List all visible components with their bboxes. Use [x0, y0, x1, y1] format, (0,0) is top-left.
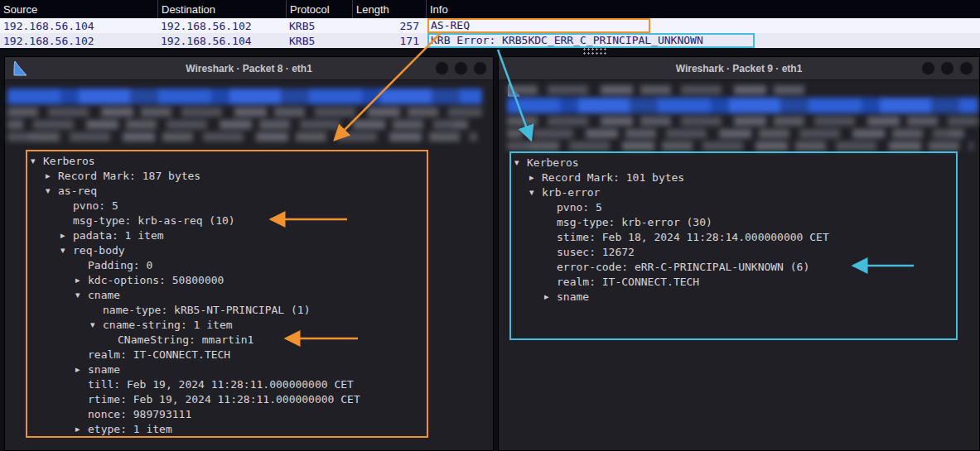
tree-item[interactable]: ▾krb-error — [511, 185, 956, 199]
tree-item[interactable]: ▸padata: 1 item — [27, 228, 427, 242]
tree-item-label: cname-string: 1 item — [103, 319, 233, 331]
packet-protocol[interactable]: KRB5 — [286, 35, 352, 47]
tree-item[interactable]: ▾as-req — [27, 183, 427, 198]
expander-closed-icon[interactable]: ▸ — [529, 172, 542, 183]
tree-item[interactable]: error-code: eRR-C-PRINCIPAL-UNKNOWN (6) — [511, 259, 956, 274]
tree-item-label: etype: 1 item — [88, 423, 172, 435]
expander-closed-icon[interactable]: ▸ — [46, 170, 58, 181]
packet-source[interactable]: 192.168.56.104 — [0, 20, 157, 32]
tree-item-label: rtime: Feb 19, 2024 11:28:11.000000000 C… — [88, 393, 360, 405]
packet-destination[interactable]: 192.168.56.104 — [157, 35, 286, 47]
packet-destination[interactable]: 192.168.56.102 — [157, 20, 286, 32]
blurred-row — [507, 129, 964, 138]
window-close-button[interactable] — [959, 61, 973, 75]
tree-item[interactable]: msg-type: krb-as-req (10) — [27, 213, 427, 228]
window-minimize-button[interactable] — [435, 61, 449, 75]
tree-item-label: error-code: eRR-C-PRINCIPAL-UNKNOWN (6) — [557, 261, 809, 273]
tree-item-label: till: Feb 19, 2024 11:28:11.000000000 CE… — [88, 378, 354, 391]
expander-open-icon[interactable]: ▾ — [529, 187, 542, 198]
blurred-packet-bytes — [507, 85, 978, 154]
window-minimize-button[interactable] — [921, 61, 935, 75]
tree-item-label: pvno: 5 — [557, 201, 602, 214]
tree-item[interactable]: realm: IT-CONNECT.TECH — [511, 274, 956, 289]
tree-item[interactable]: ▸sname — [27, 362, 427, 377]
packet-source[interactable]: 192.168.56.102 — [0, 35, 157, 47]
expander-open-icon[interactable]: ▾ — [31, 156, 43, 166]
tree-item-label: stime: Feb 18, 2024 11:28:14.000000000 C… — [557, 231, 829, 243]
tree-item[interactable]: ▾Kerberos — [27, 153, 427, 168]
tree-item[interactable]: Padding: 0 — [27, 257, 427, 272]
tree-item[interactable]: msg-type: krb-error (30) — [511, 214, 956, 229]
expander-open-icon[interactable]: ▾ — [514, 157, 527, 168]
window-maximize-button[interactable] — [940, 61, 954, 75]
window-maximize-button[interactable] — [454, 61, 468, 75]
tree-item[interactable]: nonce: 989793111 — [27, 406, 427, 421]
tree-item[interactable]: rtime: Feb 19, 2024 11:28:11.000000000 C… — [27, 391, 427, 406]
tree-item-label: pvno: 5 — [73, 199, 118, 212]
expander-closed-icon[interactable]: ▸ — [544, 291, 557, 302]
tree-item[interactable]: CNameString: mmartin1 — [27, 332, 427, 347]
column-header-length[interactable]: Length — [352, 0, 426, 18]
window-titlebar[interactable]: Wireshark · Packet 9 · eth1 — [499, 57, 979, 80]
tree-item-label: Kerberos — [527, 156, 579, 169]
screenshot-root: Source Destination Protocol Length Info … — [0, 0, 980, 451]
window-packet-8: Wireshark · Packet 8 · eth1 ▾Kerberos▸Re… — [4, 56, 494, 451]
tree-item[interactable]: pvno: 5 — [511, 199, 956, 214]
tree-item-label: Record Mark: 187 bytes — [58, 170, 200, 182]
tree-item-label: as-req — [58, 185, 97, 197]
expander-open-icon[interactable]: ▾ — [46, 185, 58, 196]
expander-closed-icon[interactable]: ▸ — [75, 275, 88, 285]
expander-closed-icon[interactable]: ▸ — [75, 364, 88, 375]
packet-length[interactable]: 257 — [352, 20, 426, 32]
tree-item[interactable]: ▸Record Mark: 101 bytes — [511, 170, 956, 185]
packet-row[interactable]: 192.168.56.102 192.168.56.104 KRB5 171 K… — [0, 33, 980, 48]
tree-item[interactable]: ▾cname-string: 1 item — [27, 317, 427, 332]
tree-item-label: Padding: 0 — [88, 259, 152, 271]
packet-length[interactable]: 171 — [352, 35, 426, 47]
tree-item-label: sname — [557, 290, 589, 303]
tree-item[interactable]: realm: IT-CONNECT.TECH — [27, 347, 427, 362]
column-header-destination[interactable]: Destination — [157, 0, 286, 18]
tree-item[interactable]: susec: 12672 — [511, 244, 956, 259]
blurred-row — [7, 108, 482, 117]
packet-info[interactable]: KRB Error: KRB5KDC_ERR_C_PRINCIPAL_UNKNO… — [426, 33, 980, 48]
expander-open-icon[interactable]: ▾ — [75, 290, 88, 300]
tree-item-label: msg-type: krb-as-req (10) — [73, 214, 235, 227]
tree-item[interactable]: stime: Feb 18, 2024 11:28:14.000000000 C… — [511, 229, 956, 244]
tree-item[interactable]: pvno: 5 — [27, 198, 427, 213]
expander-open-icon[interactable]: ▾ — [60, 245, 73, 256]
tree-item[interactable]: ▾req-body — [27, 242, 427, 257]
tree-item[interactable]: ▸etype: 1 item — [27, 421, 427, 436]
packet-detail-tree-krb-error: ▾Kerberos▸Record Mark: 101 bytes▾krb-err… — [509, 151, 958, 340]
tree-item[interactable]: ▸kdc-options: 50800000 — [27, 272, 427, 287]
tree-item-label: cname — [88, 289, 120, 301]
tree-item-label: realm: IT-CONNECT.TECH — [88, 348, 230, 361]
blurred-row — [7, 120, 468, 129]
column-header-info[interactable]: Info — [426, 0, 980, 18]
tree-item[interactable]: ▾cname — [27, 287, 427, 302]
column-header-protocol[interactable]: Protocol — [286, 0, 352, 18]
blurred-packet-bytes — [7, 89, 482, 145]
tree-item[interactable]: till: Feb 19, 2024 11:28:11.000000000 CE… — [27, 377, 427, 391]
expander-closed-icon[interactable]: ▸ — [75, 424, 88, 434]
window-close-button[interactable] — [473, 61, 487, 75]
tree-item[interactable]: name-type: kRB5-NT-PRINCIPAL (1) — [27, 302, 427, 317]
expander-open-icon[interactable]: ▾ — [90, 319, 103, 330]
window-titlebar[interactable]: Wireshark · Packet 8 · eth1 — [5, 57, 493, 80]
blurred-row — [507, 117, 978, 126]
tree-item-label: padata: 1 item — [73, 229, 164, 242]
packet-protocol[interactable]: KRB5 — [286, 20, 352, 32]
column-header-source[interactable]: Source — [0, 0, 157, 18]
tree-item[interactable]: ▸Record Mark: 187 bytes — [27, 168, 427, 183]
tree-item-label: kdc-options: 50800000 — [88, 274, 224, 286]
packet-list-header: Source Destination Protocol Length Info — [0, 0, 980, 18]
packet-info[interactable]: AS-REQ — [426, 18, 980, 33]
blurred-row — [507, 98, 978, 113]
tree-item-label: name-type: kRB5-NT-PRINCIPAL (1) — [103, 304, 310, 316]
packet-row[interactable]: 192.168.56.104 192.168.56.102 KRB5 257 A… — [0, 18, 980, 33]
tree-item[interactable]: ▾Kerberos — [511, 155, 956, 170]
tree-item-label: msg-type: krb-error (30) — [557, 216, 712, 228]
tree-item[interactable]: ▸sname — [511, 289, 956, 304]
expander-closed-icon[interactable]: ▸ — [60, 230, 73, 241]
tree-item-label: sname — [88, 363, 120, 376]
